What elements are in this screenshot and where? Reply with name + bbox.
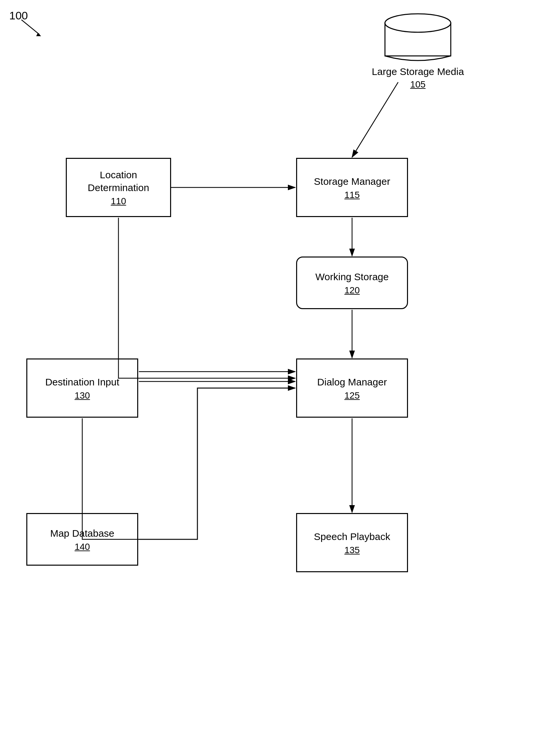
location-determination-ref: 110 <box>111 196 126 207</box>
svg-point-3 <box>385 14 451 32</box>
storage-manager-box: Storage Manager 115 <box>296 158 408 217</box>
map-database-label: Map Database <box>50 527 114 540</box>
large-storage-media-ref: 105 <box>410 79 426 90</box>
speech-playback-box: Speech Playback 135 <box>296 513 408 572</box>
svg-line-5 <box>352 82 398 157</box>
destination-input-ref: 130 <box>75 390 90 401</box>
dialog-manager-label: Dialog Manager <box>317 375 387 388</box>
large-storage-media-label: Large Storage Media <box>372 65 464 78</box>
location-determination-box: LocationDetermination 110 <box>66 158 171 217</box>
working-storage-box: Working Storage 120 <box>296 257 408 309</box>
destination-input-box: Destination Input 130 <box>26 359 138 418</box>
speech-playback-label: Speech Playback <box>314 530 390 543</box>
map-database-box: Map Database 140 <box>26 513 138 566</box>
dialog-manager-box: Dialog Manager 125 <box>296 359 408 418</box>
diagram: 100 Large Storage Media 105 LocationDete… <box>0 0 560 736</box>
large-storage-media-node: Large Storage Media 105 <box>362 10 474 90</box>
location-determination-label: LocationDetermination <box>88 168 149 194</box>
working-storage-ref: 120 <box>344 285 360 296</box>
working-storage-label: Working Storage <box>316 270 389 283</box>
speech-playback-ref: 135 <box>344 545 360 555</box>
svg-line-0 <box>21 20 39 35</box>
storage-manager-label: Storage Manager <box>314 175 390 188</box>
storage-manager-ref: 115 <box>344 190 360 200</box>
dialog-manager-ref: 125 <box>344 390 360 401</box>
map-database-ref: 140 <box>75 542 90 552</box>
ref-arrow-100 <box>18 18 44 38</box>
cylinder-icon <box>382 10 454 63</box>
destination-input-label: Destination Input <box>45 375 119 388</box>
